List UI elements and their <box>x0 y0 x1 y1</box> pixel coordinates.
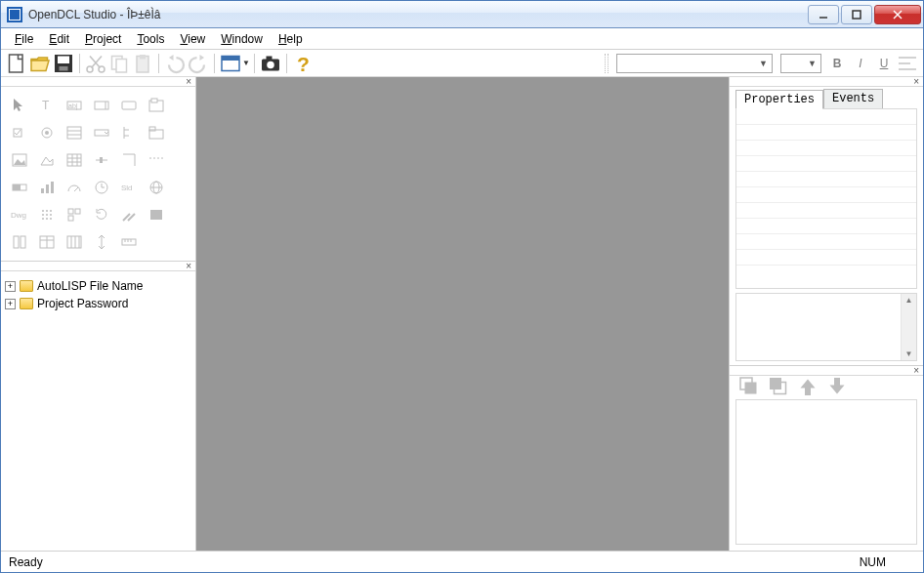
font-size-combo[interactable]: ▼ <box>780 54 821 73</box>
copy-button[interactable] <box>107 52 131 75</box>
svg-rect-15 <box>140 55 146 60</box>
progress-tool-icon[interactable] <box>7 175 32 200</box>
properties-dock-handle[interactable]: × <box>730 77 923 87</box>
project-dock-handle[interactable]: × <box>1 262 195 271</box>
groupbox-tool-icon[interactable] <box>144 93 169 118</box>
sld-tool-icon[interactable]: Sld <box>116 175 142 200</box>
svg-point-35 <box>45 131 49 135</box>
tree-item-password[interactable]: + Project Password <box>5 295 191 312</box>
font-combo[interactable]: ▼ <box>616 54 773 73</box>
button-tool-icon[interactable] <box>116 93 142 118</box>
redo-button[interactable] <box>187 52 210 75</box>
menu-help[interactable]: Help <box>271 30 311 48</box>
separator-tool-icon[interactable] <box>144 147 169 173</box>
cut-button[interactable] <box>84 52 107 75</box>
checkbox-tool-icon[interactable] <box>7 120 32 145</box>
bring-front-button[interactable] <box>737 375 761 398</box>
numeric-tool-icon[interactable] <box>89 93 114 118</box>
pointer-tool-icon[interactable] <box>7 93 32 118</box>
folder-icon <box>20 298 33 309</box>
status-num-indicator: NUM <box>860 555 886 569</box>
label-tool-icon[interactable]: T <box>34 93 60 118</box>
svg-rect-36 <box>67 127 81 139</box>
slider-tool-icon[interactable] <box>89 147 114 173</box>
calendar-tool-icon[interactable] <box>89 175 114 200</box>
align-button[interactable] <box>896 52 919 75</box>
chart-tool-icon[interactable] <box>34 175 60 200</box>
tab-events[interactable]: Events <box>823 89 883 108</box>
svg-rect-7 <box>60 66 68 71</box>
tab-tool-icon[interactable] <box>144 120 169 145</box>
refresh-tool-icon[interactable] <box>89 202 114 227</box>
app-icon <box>7 7 22 22</box>
ruler-tool-icon[interactable] <box>116 229 142 255</box>
menu-file[interactable]: File <box>7 30 41 48</box>
menu-edit[interactable]: Edit <box>41 30 77 48</box>
close-icon[interactable]: × <box>186 261 191 271</box>
snapshot-button[interactable] <box>259 52 282 75</box>
matrix-tool-icon[interactable] <box>34 202 60 227</box>
col-layout-tool-icon[interactable] <box>7 229 32 255</box>
save-button[interactable] <box>52 52 75 75</box>
bold-button[interactable]: B <box>825 52 849 75</box>
add-form-dropdown[interactable]: ▼ <box>242 59 250 67</box>
misc-tool-icon[interactable] <box>144 202 169 227</box>
svg-point-75 <box>42 218 44 220</box>
web-tool-icon[interactable] <box>144 175 169 200</box>
maximize-button[interactable] <box>841 5 872 24</box>
underline-button[interactable]: U <box>872 52 896 75</box>
paste-button[interactable] <box>131 52 154 75</box>
tree-expand-icon[interactable]: + <box>5 281 16 292</box>
close-icon[interactable]: × <box>186 76 191 87</box>
valign-tool-icon[interactable] <box>89 229 114 255</box>
property-grid[interactable] <box>735 108 917 289</box>
gauge-tool-icon[interactable] <box>62 175 87 200</box>
add-form-button[interactable] <box>219 52 242 75</box>
tree-tool-icon[interactable] <box>116 120 142 145</box>
toolbar-grip-icon <box>605 54 609 73</box>
scrollbar[interactable]: ▲ ▼ <box>901 294 916 360</box>
move-up-button[interactable] <box>796 375 819 398</box>
close-button[interactable] <box>874 5 921 24</box>
tree-item-autolisp[interactable]: + AutoLISP File Name <box>5 277 191 295</box>
picture-tool-icon[interactable] <box>34 147 60 173</box>
italic-button[interactable]: I <box>849 52 872 75</box>
pieces-tool-icon[interactable] <box>62 202 87 227</box>
combobox-tool-icon[interactable] <box>89 120 114 145</box>
send-back-button[interactable] <box>767 375 790 398</box>
tab-properties[interactable]: Properties <box>735 90 823 109</box>
minimize-button[interactable] <box>808 5 839 24</box>
grid-tool-icon[interactable] <box>62 147 87 173</box>
menu-window[interactable]: Window <box>213 30 271 48</box>
listbox-tool-icon[interactable] <box>62 120 87 145</box>
zorder-list[interactable] <box>735 399 917 545</box>
image-tool-icon[interactable] <box>7 147 32 173</box>
close-icon[interactable]: × <box>913 76 919 87</box>
app-window: OpenDCL Studio - ÎÞ±êÌâ File Edit Projec… <box>0 0 924 573</box>
svg-rect-13 <box>116 59 127 72</box>
frame-tool-icon[interactable] <box>116 147 142 173</box>
chevron-up-icon[interactable]: ▲ <box>905 296 913 305</box>
chevron-down-icon: ▼ <box>808 59 817 68</box>
toolbox-dock-handle[interactable]: × <box>1 77 195 87</box>
radio-tool-icon[interactable] <box>34 120 60 145</box>
menu-project[interactable]: Project <box>77 30 129 48</box>
menu-tools[interactable]: Tools <box>129 30 172 48</box>
textbox-tool-icon[interactable]: ab| <box>62 93 87 118</box>
tree-expand-icon[interactable]: + <box>5 299 16 309</box>
table-tool-icon[interactable] <box>34 229 60 255</box>
tools-tool-icon[interactable] <box>116 202 142 227</box>
move-down-button[interactable] <box>825 375 849 398</box>
svg-point-70 <box>46 210 48 212</box>
menu-view[interactable]: View <box>172 30 213 48</box>
zorder-toolbar <box>730 376 923 397</box>
new-button[interactable] <box>5 52 28 75</box>
project-tree[interactable]: + AutoLISP File Name + Project Password <box>1 271 195 551</box>
undo-button[interactable] <box>163 52 187 75</box>
close-icon[interactable]: × <box>913 365 919 376</box>
multicol-tool-icon[interactable] <box>62 229 87 255</box>
chevron-down-icon[interactable]: ▼ <box>905 349 913 358</box>
open-button[interactable] <box>28 52 52 75</box>
dwg-tool-icon[interactable]: Dwg <box>7 202 32 227</box>
help-button[interactable]: ? <box>291 52 315 75</box>
